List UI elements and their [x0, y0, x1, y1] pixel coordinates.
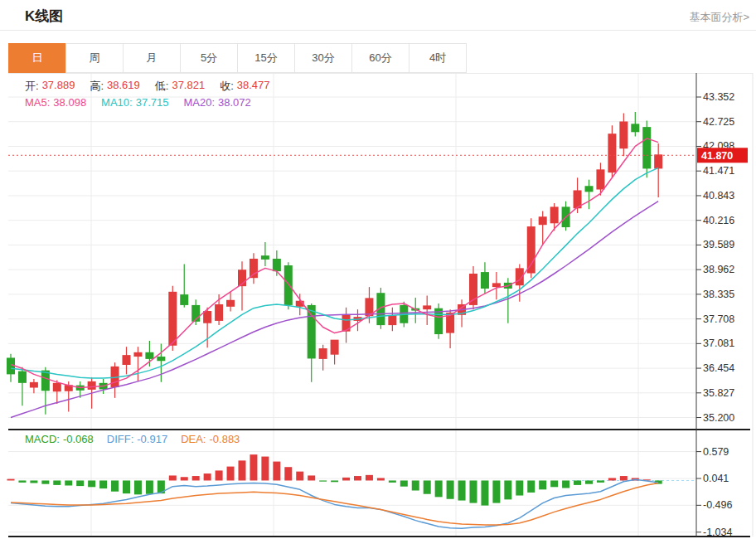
- legend-value: 38.619: [107, 79, 140, 94]
- ohlc-legend: 开:37.889高:38.619低:37.821收:38.477: [25, 79, 270, 94]
- legend-value: -0.068: [63, 433, 94, 445]
- legend-label: MACD:: [25, 433, 60, 445]
- tab-period-7[interactable]: 4时: [409, 43, 467, 73]
- tab-period-2[interactable]: 月: [123, 43, 181, 73]
- legend-item: 低:37.821: [155, 79, 205, 94]
- ma-legend: MA5:38.098MA10:37.715MA20:38.072: [25, 96, 251, 109]
- legend-label: 高:: [90, 79, 104, 94]
- price-axis-label: 35.827: [703, 387, 734, 399]
- tab-period-6[interactable]: 60分: [351, 43, 410, 73]
- tab-period-1[interactable]: 周: [65, 43, 124, 73]
- legend-item: 收:38.477: [220, 79, 269, 94]
- legend-value: -0.917: [137, 433, 167, 445]
- legend-item: MA20:38.072: [183, 96, 250, 109]
- macd-axis-label: 0.041: [703, 473, 729, 484]
- price-axis-label: 36.454: [703, 362, 734, 374]
- legend-item: MACD:-0.068: [25, 433, 94, 445]
- period-tab-bar: 日周月5分15分30分60分4时: [8, 43, 467, 73]
- tab-period-3[interactable]: 5分: [180, 43, 238, 73]
- legend-value: 37.821: [172, 79, 205, 94]
- legend-item: MA5:38.098: [25, 96, 86, 109]
- price-axis-label: 37.708: [703, 313, 734, 325]
- page-title: K线图: [25, 7, 63, 26]
- legend-value: 37.715: [136, 96, 169, 109]
- legend-label: MA10:: [101, 96, 133, 109]
- price-axis-label: 42.725: [703, 116, 734, 128]
- macd-axis-label: -0.496: [703, 499, 732, 511]
- legend-label: 收:: [220, 79, 234, 94]
- macd-axis-label: 0.579: [703, 446, 729, 458]
- legend-label: 开:: [25, 79, 39, 94]
- macd-legend: MACD:-0.068DIFF:-0.917DEA:-0.883: [25, 433, 240, 445]
- tab-period-5[interactable]: 30分: [294, 43, 352, 73]
- price-axis-label: 40.216: [703, 215, 734, 226]
- legend-value: 38.098: [53, 96, 86, 109]
- header-divider: [0, 30, 756, 31]
- price-axis-label: 43.352: [703, 91, 734, 103]
- price-axis-label: 38.962: [703, 264, 734, 275]
- price-axis-label: 41.471: [703, 165, 734, 177]
- kline-chart[interactable]: 43.35242.72542.09841.47140.84340.21639.5…: [0, 73, 756, 539]
- legend-item: DEA:-0.883: [181, 433, 240, 445]
- legend-item: MA10:37.715: [101, 96, 168, 109]
- legend-label: MA5:: [25, 96, 50, 109]
- tab-period-4[interactable]: 15分: [237, 43, 295, 73]
- price-axis-label: 35.200: [703, 412, 734, 424]
- legend-value: 38.072: [218, 96, 251, 109]
- price-axis-label: 37.081: [703, 337, 734, 349]
- legend-value: 38.477: [237, 79, 270, 94]
- tab-period-0[interactable]: 日: [8, 43, 66, 73]
- price-axis-label: 38.335: [703, 289, 734, 300]
- legend-item: 开:37.889: [25, 79, 75, 94]
- price-axis-label: 40.843: [703, 190, 734, 202]
- legend-label: MA20:: [183, 96, 215, 109]
- current-price-value: 41.870: [701, 150, 733, 162]
- legend-label: DEA:: [181, 433, 206, 445]
- legend-item: DIFF:-0.917: [107, 433, 167, 445]
- legend-label: 低:: [155, 79, 169, 94]
- legend-item: 高:38.619: [90, 79, 139, 94]
- price-axis-label: 39.589: [703, 239, 734, 250]
- legend-label: DIFF:: [107, 433, 134, 445]
- legend-value: -0.883: [209, 433, 240, 445]
- legend-value: 37.889: [42, 79, 75, 94]
- fundamental-analysis-link[interactable]: 基本面分析>: [689, 10, 749, 25]
